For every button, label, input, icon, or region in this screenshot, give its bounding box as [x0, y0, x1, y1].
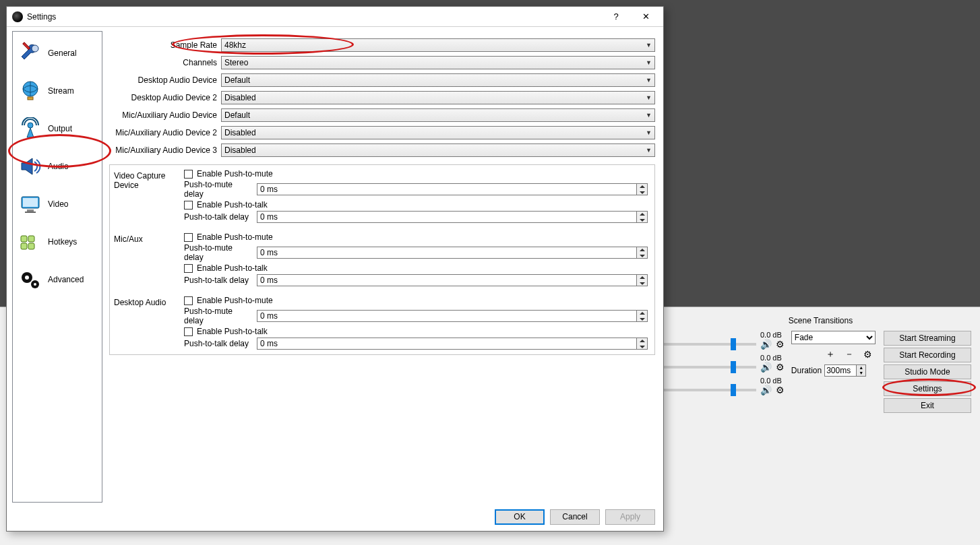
svg-rect-9 [21, 236, 27, 242]
dropdown-2[interactable]: Default▼ [221, 73, 655, 87]
form-label: Mic/Auxiliary Audio Device 3 [109, 146, 221, 155]
ptm-delay-spin[interactable]: 0 ms [257, 183, 648, 195]
start-recording-button[interactable]: Start Recording [884, 348, 971, 362]
mixer-slider-2[interactable] [664, 389, 756, 391]
sidebar-item-output[interactable]: Output [13, 110, 102, 148]
dropdown-5[interactable]: Disabled▼ [221, 126, 655, 139]
chevron-down-icon: ▼ [646, 42, 652, 49]
chevron-down-icon: ▼ [646, 77, 652, 84]
scene-transitions-title: Scene Transitions [664, 316, 977, 325]
dropdown-value: 48khz [224, 40, 246, 50]
form-label: Desktop Audio Device 2 [109, 93, 221, 102]
svg-rect-11 [21, 243, 27, 249]
ptm-delay-label: Push-to-mute delay [184, 307, 253, 325]
settings-dialog: Settings ? ✕ General Stream O [6, 6, 664, 532]
form-label: Mic/Auxiliary Audio Device [109, 110, 221, 120]
enable-ptt-label: Enable Push-to-talk [197, 263, 268, 273]
ok-button[interactable]: OK [495, 509, 545, 525]
svg-rect-8 [25, 212, 36, 213]
chevron-down-icon: ▼ [646, 94, 652, 101]
svg-rect-6 [23, 198, 38, 207]
enable-ptm-checkbox[interactable] [184, 296, 193, 305]
ptt-delay-label: Push-to-talk delay [184, 339, 253, 348]
start-streaming-button[interactable]: Start Streaming [884, 331, 971, 346]
chevron-down-icon: ▼ [646, 129, 652, 136]
sidebar-item-label: Video [48, 199, 68, 209]
gear-icon[interactable]: ⚙ [776, 339, 785, 350]
svg-point-0 [32, 45, 38, 52]
sidebar-item-label: Hotkeys [48, 237, 77, 247]
sidebar-item-advanced[interactable]: Advanced [13, 261, 102, 298]
cancel-button[interactable]: Cancel [550, 509, 600, 525]
svg-rect-7 [27, 210, 34, 212]
dropdown-value: Default [224, 110, 250, 120]
enable-ptm-checkbox[interactable] [184, 170, 193, 179]
dropdown-0[interactable]: 48khz▼ [221, 38, 655, 52]
dropdown-value: Stereo [224, 58, 248, 67]
sidebar-item-audio[interactable]: Audio [13, 148, 102, 185]
sidebar-item-label: Stream [48, 86, 74, 96]
ptt-delay-spin[interactable]: 0 ms [257, 338, 648, 350]
dropdown-1[interactable]: Stereo▼ [221, 56, 655, 69]
duration-input[interactable] [825, 365, 856, 376]
close-button[interactable]: ✕ [631, 7, 661, 26]
gear-icon[interactable]: ⚙ [862, 348, 874, 360]
enable-ptt-checkbox[interactable] [184, 327, 193, 336]
mixer-slider-1[interactable] [664, 366, 756, 368]
dialog-title: Settings [27, 12, 601, 22]
enable-ptt-label: Enable Push-to-talk [197, 327, 268, 336]
speaker-icon [18, 154, 42, 179]
enable-ptm-label: Enable Push-to-mute [197, 296, 273, 305]
sidebar-item-general[interactable]: General [13, 34, 102, 72]
transition-select[interactable]: Fade [791, 331, 876, 344]
enable-ptt-checkbox[interactable] [184, 264, 193, 273]
app-logo-icon [12, 11, 23, 22]
dropdown-6[interactable]: Disabled▼ [221, 143, 655, 157]
dropdown-value: Default [224, 75, 250, 85]
speaker-icon[interactable]: 🔊 [760, 362, 772, 373]
sidebar-item-label: Output [48, 124, 72, 133]
help-button[interactable]: ? [601, 7, 631, 26]
minus-icon[interactable]: － [843, 348, 855, 360]
chevron-down-icon: ▼ [646, 147, 652, 154]
settings-main: Sample Rate48khz▼ChannelsStereo▼Desktop … [109, 31, 658, 503]
form-label: Channels [109, 58, 221, 67]
gear-icon[interactable]: ⚙ [776, 385, 785, 395]
duration-spinbox[interactable]: ▲▼ [824, 364, 866, 377]
chevron-down-icon: ▼ [646, 112, 652, 119]
speaker-icon[interactable]: 🔊 [760, 385, 772, 395]
enable-ptt-checkbox[interactable] [184, 201, 193, 210]
ptt-delay-label: Push-to-talk delay [184, 212, 253, 222]
settings-button[interactable]: Settings [884, 381, 971, 396]
sidebar-item-hotkeys[interactable]: Hotkeys [13, 223, 102, 261]
dropdown-3[interactable]: Disabled▼ [221, 91, 655, 104]
chevron-down-icon: ▼ [646, 59, 652, 66]
ptt-delay-spin[interactable]: 0 ms [257, 211, 648, 223]
plus-icon[interactable]: ＋ [824, 348, 836, 360]
ptm-delay-spin[interactable]: 0 ms [257, 247, 648, 259]
studio-mode-button[interactable]: Studio Mode [884, 364, 971, 379]
wrench-icon [18, 41, 42, 65]
ptt-delay-spin[interactable]: 0 ms [257, 274, 648, 286]
gear-icon[interactable]: ⚙ [776, 362, 785, 373]
dropdown-value: Disabled [224, 128, 256, 137]
ptm-delay-spin[interactable]: 0 ms [257, 310, 648, 322]
enable-ptm-checkbox[interactable] [184, 233, 193, 242]
sidebar-item-video[interactable]: Video [13, 185, 102, 223]
dropdown-4[interactable]: Default▼ [221, 108, 655, 122]
device-group-name: Video Capture Device [110, 169, 184, 190]
sidebar-item-stream[interactable]: Stream [13, 72, 102, 110]
form-label: Sample Rate [109, 40, 221, 50]
mixer-db-1: 0.0 dB [664, 354, 785, 362]
settings-sidebar: General Stream Output Audio [12, 31, 102, 503]
speaker-icon[interactable]: 🔊 [760, 339, 772, 350]
mixer-db-2: 0.0 dB [664, 377, 785, 385]
antenna-icon [18, 117, 42, 141]
svg-rect-3 [28, 97, 33, 100]
exit-button[interactable]: Exit [884, 398, 971, 413]
mixer-slider-0[interactable] [664, 343, 756, 346]
enable-ptt-label: Enable Push-to-talk [197, 200, 268, 210]
form-label: Mic/Auxiliary Audio Device 2 [109, 128, 221, 137]
gears-icon [18, 267, 42, 292]
sidebar-item-label: Advanced [48, 275, 84, 284]
